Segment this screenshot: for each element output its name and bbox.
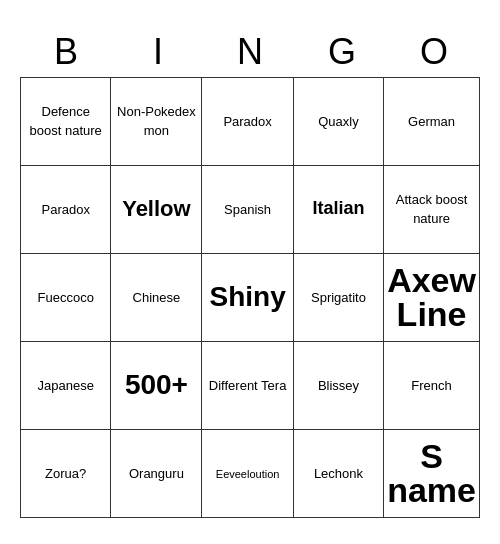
cell-text-r1-c4: Attack boost nature xyxy=(396,192,468,226)
cell-r0-c1: Non-Pokedex mon xyxy=(111,77,202,165)
cell-text-r1-c2: Spanish xyxy=(224,202,271,217)
cell-text-r2-c2: Shiny xyxy=(209,281,285,312)
header-o: O xyxy=(388,27,480,77)
cell-text-r0-c1: Non-Pokedex mon xyxy=(117,104,196,138)
cell-text-r4-c3: Lechonk xyxy=(314,466,363,481)
cell-text-r2-c4: Axew Line xyxy=(387,261,476,333)
cell-text-r2-c1: Chinese xyxy=(133,290,181,305)
cell-r4-c1: Oranguru xyxy=(111,429,202,517)
cell-r3-c4: French xyxy=(384,341,480,429)
header-g: G xyxy=(296,27,388,77)
cell-r2-c1: Chinese xyxy=(111,253,202,341)
cell-r2-c4: Axew Line xyxy=(384,253,480,341)
cell-text-r3-c3: Blissey xyxy=(318,378,359,393)
cell-r0-c4: German xyxy=(384,77,480,165)
cell-text-r1-c0: Paradox xyxy=(42,202,90,217)
cell-text-r2-c0: Fueccoco xyxy=(38,290,94,305)
cell-r4-c2: Eeveeloution xyxy=(202,429,293,517)
cell-text-r0-c0: Defence boost nature xyxy=(30,104,102,138)
cell-r4-c0: Zorua? xyxy=(21,429,111,517)
cell-r3-c3: Blissey xyxy=(293,341,383,429)
cell-text-r3-c2: Different Tera xyxy=(209,378,287,393)
cell-r0-c3: Quaxly xyxy=(293,77,383,165)
cell-r4-c3: Lechonk xyxy=(293,429,383,517)
cell-r0-c0: Defence boost nature xyxy=(21,77,111,165)
cell-r1-c3: Italian xyxy=(293,165,383,253)
cell-r1-c2: Spanish xyxy=(202,165,293,253)
cell-r3-c2: Different Tera xyxy=(202,341,293,429)
cell-text-r0-c4: German xyxy=(408,114,455,129)
cell-r1-c1: Yellow xyxy=(111,165,202,253)
cell-text-r4-c2: Eeveeloution xyxy=(216,468,280,480)
cell-text-r2-c3: Sprigatito xyxy=(311,290,366,305)
cell-text-r0-c3: Quaxly xyxy=(318,114,358,129)
header-n: N xyxy=(204,27,296,77)
header-i: I xyxy=(112,27,204,77)
cell-r4-c4: S name xyxy=(384,429,480,517)
cell-text-r4-c0: Zorua? xyxy=(45,466,86,481)
cell-text-r3-c1: 500+ xyxy=(125,369,188,400)
cell-r3-c1: 500+ xyxy=(111,341,202,429)
cell-r1-c0: Paradox xyxy=(21,165,111,253)
cell-r2-c3: Sprigatito xyxy=(293,253,383,341)
cell-r2-c2: Shiny xyxy=(202,253,293,341)
cell-text-r1-c1: Yellow xyxy=(122,196,190,221)
cell-r0-c2: Paradox xyxy=(202,77,293,165)
bingo-grid: Defence boost natureNon-Pokedex monParad… xyxy=(20,77,480,518)
cell-r3-c0: Japanese xyxy=(21,341,111,429)
cell-text-r3-c0: Japanese xyxy=(38,378,94,393)
cell-text-r4-c1: Oranguru xyxy=(129,466,184,481)
cell-text-r4-c4: S name xyxy=(387,437,476,509)
cell-text-r3-c4: French xyxy=(411,378,451,393)
cell-text-r1-c3: Italian xyxy=(312,198,364,218)
bingo-header: B I N G O xyxy=(20,27,480,77)
cell-text-r0-c2: Paradox xyxy=(223,114,271,129)
header-b: B xyxy=(20,27,112,77)
cell-r2-c0: Fueccoco xyxy=(21,253,111,341)
cell-r1-c4: Attack boost nature xyxy=(384,165,480,253)
